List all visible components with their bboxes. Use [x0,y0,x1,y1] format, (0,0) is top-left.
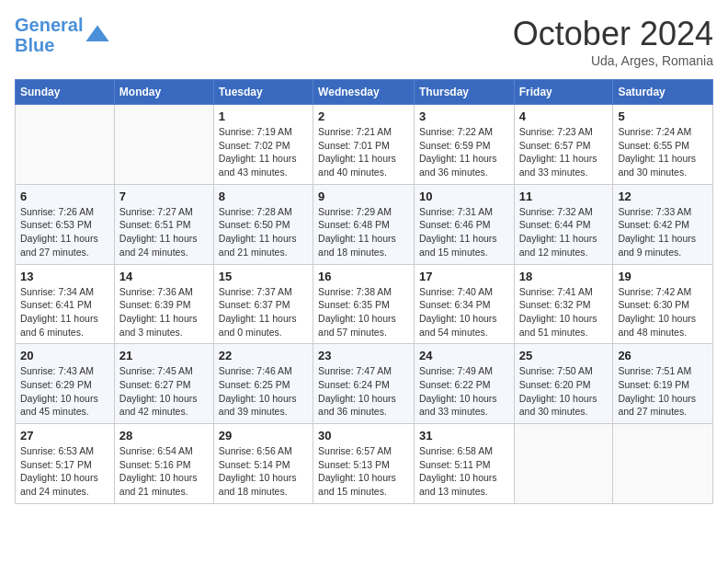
calendar-body: 1Sunrise: 7:19 AM Sunset: 7:02 PM Daylig… [16,105,713,504]
column-header-wednesday: Wednesday [313,80,415,105]
day-number: 9 [318,190,409,203]
day-number: 3 [419,109,509,123]
calendar-cell: 12Sunrise: 7:33 AM Sunset: 6:42 PM Dayli… [613,184,713,264]
column-header-friday: Friday [514,80,613,105]
logo-text: GeneralBlue [15,15,83,55]
day-number: 7 [119,190,209,203]
calendar-cell: 21Sunrise: 7:45 AM Sunset: 6:27 PM Dayli… [114,344,213,424]
calendar-cell: 18Sunrise: 7:41 AM Sunset: 6:32 PM Dayli… [514,264,613,344]
day-number: 6 [20,190,109,203]
day-number: 28 [119,429,209,442]
calendar-cell [514,424,613,504]
day-number: 18 [519,270,609,283]
calendar-cell: 13Sunrise: 7:34 AM Sunset: 6:41 PM Dayli… [16,264,115,344]
day-number: 29 [219,429,308,442]
day-detail: Sunrise: 7:34 AM Sunset: 6:41 PM Dayligh… [20,285,109,339]
day-detail: Sunrise: 6:53 AM Sunset: 5:17 PM Dayligh… [20,444,109,499]
logo: GeneralBlue [15,15,110,55]
day-number: 16 [318,270,409,283]
calendar-cell: 2Sunrise: 7:21 AM Sunset: 7:01 PM Daylig… [313,105,415,185]
calendar-cell: 5Sunrise: 7:24 AM Sunset: 6:55 PM Daylig… [613,105,713,185]
day-detail: Sunrise: 7:45 AM Sunset: 6:27 PM Dayligh… [119,364,209,419]
calendar-row: 20Sunrise: 7:43 AM Sunset: 6:29 PM Dayli… [16,344,713,424]
day-number: 25 [519,349,609,362]
calendar-cell: 8Sunrise: 7:28 AM Sunset: 6:50 PM Daylig… [213,184,313,264]
calendar-cell [613,424,713,504]
day-detail: Sunrise: 7:29 AM Sunset: 6:48 PM Dayligh… [318,205,409,259]
calendar-cell: 7Sunrise: 7:27 AM Sunset: 6:51 PM Daylig… [114,184,213,264]
page-header: GeneralBlue October 2024 Uda, Arges, Rom… [15,15,713,68]
day-detail: Sunrise: 7:47 AM Sunset: 6:24 PM Dayligh… [318,364,409,419]
day-detail: Sunrise: 7:27 AM Sunset: 6:51 PM Dayligh… [119,205,209,259]
day-detail: Sunrise: 7:37 AM Sunset: 6:37 PM Dayligh… [219,285,308,339]
day-number: 5 [618,109,708,123]
calendar-cell: 28Sunrise: 6:54 AM Sunset: 5:16 PM Dayli… [114,424,213,504]
day-number: 30 [318,429,409,442]
calendar-cell: 26Sunrise: 7:51 AM Sunset: 6:19 PM Dayli… [613,344,713,424]
day-number: 19 [618,270,708,283]
day-detail: Sunrise: 7:41 AM Sunset: 6:32 PM Dayligh… [519,285,609,339]
day-number: 24 [419,349,509,362]
calendar-row: 6Sunrise: 7:26 AM Sunset: 6:53 PM Daylig… [16,184,713,264]
day-number: 12 [618,190,708,203]
calendar-cell: 31Sunrise: 6:58 AM Sunset: 5:11 PM Dayli… [414,424,514,504]
calendar-cell: 9Sunrise: 7:29 AM Sunset: 6:48 PM Daylig… [313,184,415,264]
calendar-cell: 6Sunrise: 7:26 AM Sunset: 6:53 PM Daylig… [16,184,115,264]
calendar-cell: 19Sunrise: 7:42 AM Sunset: 6:30 PM Dayli… [613,264,713,344]
day-number: 15 [219,270,308,283]
day-detail: Sunrise: 7:24 AM Sunset: 6:55 PM Dayligh… [618,125,708,179]
day-number: 10 [419,190,509,203]
day-detail: Sunrise: 6:56 AM Sunset: 5:14 PM Dayligh… [219,444,308,499]
day-number: 21 [119,349,209,362]
calendar-row: 13Sunrise: 7:34 AM Sunset: 6:41 PM Dayli… [16,264,713,344]
day-detail: Sunrise: 7:49 AM Sunset: 6:22 PM Dayligh… [419,364,509,419]
calendar-cell: 1Sunrise: 7:19 AM Sunset: 7:02 PM Daylig… [213,105,313,185]
calendar-cell [16,105,115,185]
calendar-cell: 29Sunrise: 6:56 AM Sunset: 5:14 PM Dayli… [213,424,313,504]
day-detail: Sunrise: 7:31 AM Sunset: 6:46 PM Dayligh… [419,205,509,259]
column-header-sunday: Sunday [16,80,115,105]
day-detail: Sunrise: 7:46 AM Sunset: 6:25 PM Dayligh… [219,364,308,419]
day-number: 4 [519,109,609,123]
day-detail: Sunrise: 7:19 AM Sunset: 7:02 PM Dayligh… [219,125,308,179]
day-detail: Sunrise: 6:57 AM Sunset: 5:13 PM Dayligh… [318,444,409,499]
calendar-cell: 16Sunrise: 7:38 AM Sunset: 6:35 PM Dayli… [313,264,415,344]
calendar-cell: 30Sunrise: 6:57 AM Sunset: 5:13 PM Dayli… [313,424,415,504]
day-detail: Sunrise: 7:51 AM Sunset: 6:19 PM Dayligh… [618,364,708,419]
day-detail: Sunrise: 7:28 AM Sunset: 6:50 PM Dayligh… [219,205,308,259]
calendar-table: SundayMondayTuesdayWednesdayThursdayFrid… [15,79,713,504]
calendar-cell: 3Sunrise: 7:22 AM Sunset: 6:59 PM Daylig… [414,105,514,185]
calendar-cell: 11Sunrise: 7:32 AM Sunset: 6:44 PM Dayli… [514,184,613,264]
day-detail: Sunrise: 7:42 AM Sunset: 6:30 PM Dayligh… [618,285,708,339]
day-number: 20 [20,349,109,362]
calendar-cell: 17Sunrise: 7:40 AM Sunset: 6:34 PM Dayli… [414,264,514,344]
day-number: 22 [219,349,308,362]
column-header-tuesday: Tuesday [213,80,313,105]
day-detail: Sunrise: 7:43 AM Sunset: 6:29 PM Dayligh… [20,364,109,419]
calendar-row: 27Sunrise: 6:53 AM Sunset: 5:17 PM Dayli… [16,424,713,504]
column-header-thursday: Thursday [414,80,514,105]
day-detail: Sunrise: 6:54 AM Sunset: 5:16 PM Dayligh… [119,444,209,499]
day-detail: Sunrise: 7:36 AM Sunset: 6:39 PM Dayligh… [119,285,209,339]
calendar-cell: 10Sunrise: 7:31 AM Sunset: 6:46 PM Dayli… [414,184,514,264]
logo-icon [85,22,110,48]
day-number: 23 [318,349,409,362]
calendar-cell: 15Sunrise: 7:37 AM Sunset: 6:37 PM Dayli… [213,264,313,344]
day-detail: Sunrise: 6:58 AM Sunset: 5:11 PM Dayligh… [419,444,509,499]
day-number: 17 [419,270,509,283]
title-area: October 2024 Uda, Arges, Romania [513,15,713,68]
day-number: 8 [219,190,308,203]
calendar-cell: 23Sunrise: 7:47 AM Sunset: 6:24 PM Dayli… [313,344,415,424]
calendar-cell: 25Sunrise: 7:50 AM Sunset: 6:20 PM Dayli… [514,344,613,424]
month-title: October 2024 [513,15,713,53]
day-number: 2 [318,109,409,123]
column-header-saturday: Saturday [613,80,713,105]
column-header-monday: Monday [114,80,213,105]
calendar-row: 1Sunrise: 7:19 AM Sunset: 7:02 PM Daylig… [16,105,713,185]
day-detail: Sunrise: 7:23 AM Sunset: 6:57 PM Dayligh… [519,125,609,179]
calendar-cell: 27Sunrise: 6:53 AM Sunset: 5:17 PM Dayli… [16,424,115,504]
calendar-cell: 20Sunrise: 7:43 AM Sunset: 6:29 PM Dayli… [16,344,115,424]
calendar-cell: 24Sunrise: 7:49 AM Sunset: 6:22 PM Dayli… [414,344,514,424]
calendar-cell: 14Sunrise: 7:36 AM Sunset: 6:39 PM Dayli… [114,264,213,344]
day-detail: Sunrise: 7:26 AM Sunset: 6:53 PM Dayligh… [20,205,109,259]
